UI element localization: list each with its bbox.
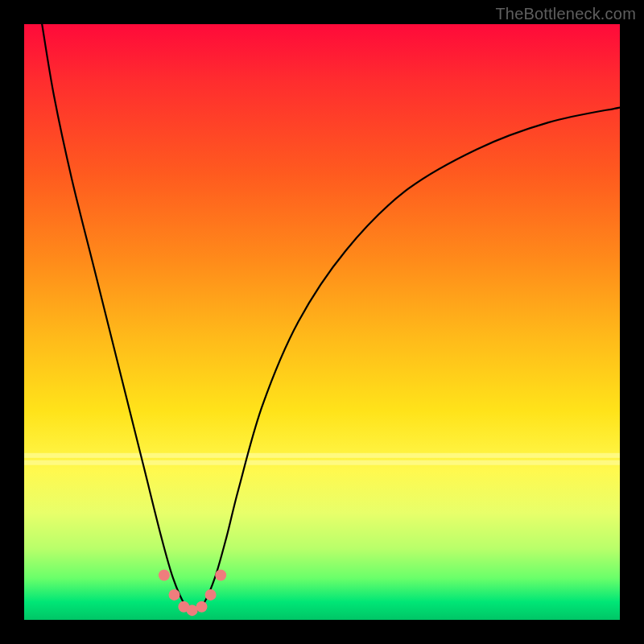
marker-dot (187, 605, 198, 616)
plot-area (24, 24, 620, 620)
svg-rect-0 (24, 453, 620, 458)
marker-dot (215, 570, 226, 581)
chart-frame: TheBottleneck.com (0, 0, 644, 644)
marker-dot (196, 601, 208, 613)
marker-dot (205, 589, 217, 601)
bottom-markers (159, 570, 226, 617)
bottleneck-curve (42, 24, 620, 611)
marker-dot (159, 570, 170, 581)
curve-svg (24, 24, 620, 620)
svg-rect-1 (24, 460, 620, 465)
marker-dot (168, 589, 180, 601)
marker-dot (178, 601, 189, 613)
watermark-text: TheBottleneck.com (495, 5, 636, 23)
